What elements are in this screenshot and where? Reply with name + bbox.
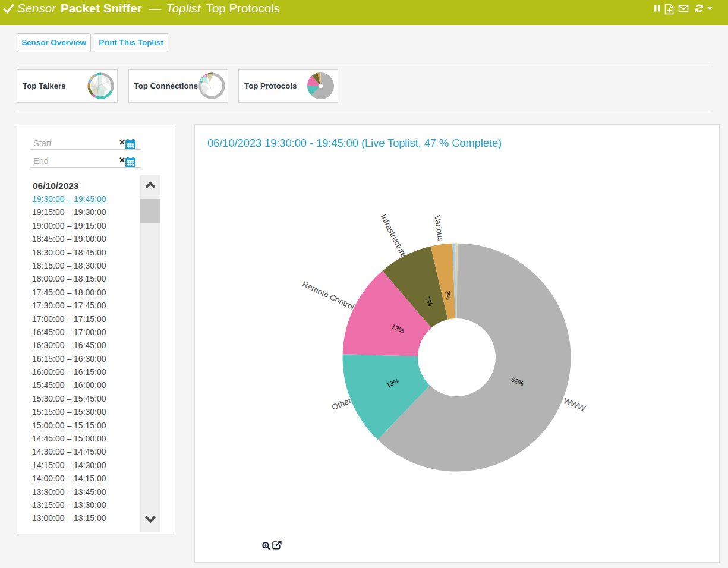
- svg-text:WWW: WWW: [562, 396, 587, 413]
- svg-text:Other: Other: [330, 396, 352, 412]
- svg-text:Various: Various: [433, 214, 445, 242]
- svg-text:Remote Control: Remote Control: [301, 279, 356, 311]
- svg-text:Infrastructure: Infrastructure: [379, 213, 408, 258]
- svg-text:3%: 3%: [444, 290, 452, 301]
